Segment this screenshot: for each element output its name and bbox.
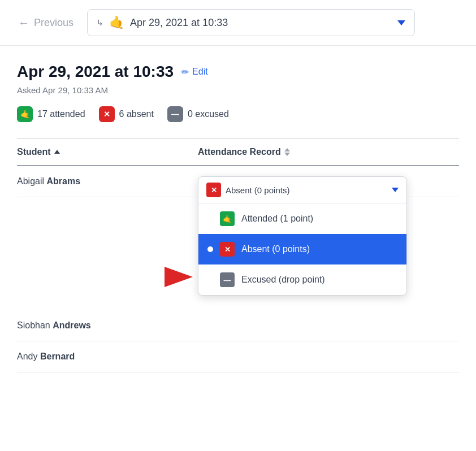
sort-both-icon [284, 148, 290, 156]
hand-wave-icon: 🤙 [109, 15, 124, 30]
asked-date: Asked Apr 29, 10:33 AM [17, 85, 459, 95]
table-row: Abigail Abrams ✕ Absent (0 points) 🤙 A [17, 166, 459, 197]
date-selector[interactable]: ↳ 🤙 Apr 29, 2021 at 10:33 [87, 9, 415, 36]
header-bar: ← Previous ↳ 🤙 Apr 29, 2021 at 10:33 [0, 0, 476, 46]
previous-button[interactable]: ← Previous [11, 12, 80, 34]
student-header-label: Student [17, 147, 51, 157]
back-arrow-icon: ← [18, 16, 29, 29]
pencil-icon: ✏ [181, 67, 189, 77]
attended-stat: 🤙 17 attended [17, 106, 85, 122]
stats-row: 🤙 17 attended ✕ 6 absent — 0 excused [17, 106, 459, 122]
attended-option-icon: 🤙 [220, 211, 235, 226]
option-absent[interactable]: ✕ Absent (0 points) [198, 234, 406, 264]
edit-button[interactable]: ✏ Edit [181, 67, 208, 77]
attended-icon: 🤙 [17, 106, 33, 122]
option-excused[interactable]: — Excused (drop point) [198, 264, 406, 295]
table-row: Siobhan Andrews [17, 310, 459, 341]
sort-up-icon [284, 148, 290, 151]
absent-status-icon: ✕ [206, 183, 221, 197]
excused-count: 0 excused [188, 109, 229, 119]
red-arrow-icon [165, 267, 193, 287]
absent-stat: ✕ 6 absent [99, 106, 154, 122]
dropdown-chevron-icon [392, 188, 399, 192]
absent-icon: ✕ [99, 106, 115, 122]
student-name: Andy Bernard [17, 352, 198, 362]
attendance-table: Student Attendance Record Abigail Abrams [17, 138, 459, 372]
arrow-pointer [165, 267, 193, 287]
excused-option-icon: — [220, 272, 235, 287]
main-content: Apr 29, 2021 at 10:33 ✏ Edit Asked Apr 2… [0, 46, 476, 384]
dropdown-trigger-row[interactable]: ✕ Absent (0 points) [198, 177, 406, 203]
session-title-row: Apr 29, 2021 at 10:33 ✏ Edit [17, 63, 459, 81]
option-attended[interactable]: 🤙 Attended (1 point) [198, 203, 406, 234]
redirect-icon: ↳ [97, 18, 103, 27]
sort-asc-icon [54, 150, 60, 154]
table-header: Student Attendance Record [17, 139, 459, 166]
edit-label: Edit [192, 67, 208, 77]
excused-icon: — [167, 106, 183, 122]
absent-count: 6 absent [119, 109, 154, 119]
attended-count: 17 attended [37, 109, 85, 119]
dropdown-current-value: Absent (0 points) [226, 185, 387, 195]
absent-option-label: Absent (0 points) [241, 244, 310, 254]
previous-label: Previous [34, 17, 73, 29]
table-row: Andy Bernard [17, 341, 459, 372]
excused-option-label: Excused (drop point) [241, 275, 325, 285]
selected-dot-icon [207, 246, 213, 252]
session-date: Apr 29, 2021 at 10:33 [17, 63, 174, 81]
student-name: Siobhan Andrews [17, 320, 198, 331]
sort-down-icon [284, 153, 290, 156]
student-column-header: Student [17, 147, 198, 157]
attendance-dropdown[interactable]: ✕ Absent (0 points) 🤙 Attended (1 point)… [198, 176, 407, 296]
attendance-header-label: Attendance Record [198, 147, 281, 157]
excused-stat: — 0 excused [167, 106, 229, 122]
attendance-column-header: Attendance Record [198, 147, 459, 157]
header-date-text: Apr 29, 2021 at 10:33 [130, 17, 392, 29]
student-name: Abigail Abrams [17, 176, 198, 187]
absent-option-icon: ✕ [220, 242, 235, 257]
chevron-down-icon [397, 20, 405, 25]
attended-option-label: Attended (1 point) [241, 214, 313, 224]
